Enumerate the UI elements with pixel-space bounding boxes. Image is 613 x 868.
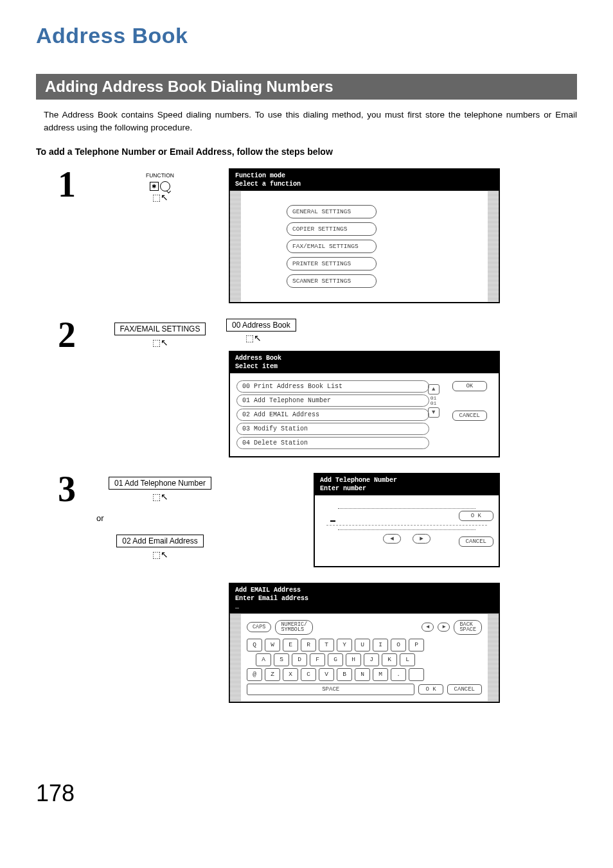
key-U[interactable]: U	[355, 639, 370, 651]
sub-heading: To add a Telephone Number or Email Addre…	[36, 146, 577, 157]
screen4-title1: Add EMAIL Address	[235, 587, 493, 595]
screen2-title1: Address Book	[235, 355, 493, 363]
item-add-telephone[interactable]: 01 Add Telephone Number	[236, 394, 429, 407]
key-P[interactable]: P	[409, 639, 424, 651]
key-M[interactable]: M	[373, 668, 388, 681]
key-blank[interactable]	[409, 668, 424, 681]
scroll-up-icon[interactable]: ▲	[428, 384, 440, 394]
screen3-title1: Add Telephone Number	[320, 477, 493, 485]
key-C[interactable]: C	[301, 668, 316, 681]
key-@[interactable]: @	[247, 668, 262, 681]
key-J[interactable]: J	[364, 653, 379, 666]
keyboard-row-2: ASDFGHJKL	[256, 653, 482, 666]
key-A[interactable]: A	[256, 653, 271, 666]
key-W[interactable]: W	[265, 639, 280, 651]
arrow-right-icon[interactable]: ►	[413, 534, 431, 544]
press-icon: ⬚↖	[94, 192, 226, 202]
key-.[interactable]: .	[391, 668, 406, 681]
caps-button[interactable]: CAPS	[247, 622, 271, 632]
btn-copier-settings[interactable]: COPIER SETTINGS	[287, 222, 377, 236]
numeric-symbols-button[interactable]: NUMERIC/ SYMBOLS	[275, 620, 313, 635]
step2-button-b: 00 Address Book	[226, 319, 296, 332]
key-B[interactable]: B	[337, 668, 352, 681]
key-H[interactable]: H	[346, 653, 361, 666]
key-N[interactable]: N	[355, 668, 370, 681]
page-title: Address Book	[36, 23, 577, 48]
keyboard-row-1: QWERTYUIOP	[247, 639, 482, 651]
or-text: or	[96, 513, 226, 523]
step-number: 2	[58, 319, 94, 457]
step-2: 2 FAX/EMAIL SETTINGS ⬚↖ 00 Address Book …	[58, 319, 577, 457]
btn-general-settings[interactable]: GENERAL SETTINGS	[287, 205, 377, 218]
btn-printer-settings[interactable]: PRINTER SETTINGS	[287, 257, 377, 270]
key-Z[interactable]: Z	[265, 668, 280, 681]
key-Y[interactable]: Y	[337, 639, 352, 651]
key-X[interactable]: X	[283, 668, 298, 681]
step-1: 1 FUNCTION ✱ ⬚↖ Function mode Select a f…	[58, 168, 577, 303]
arrow-left-icon[interactable]: ◄	[383, 534, 401, 544]
screen-add-email: Add EMAIL Address Enter Email address _ …	[229, 583, 500, 703]
step-number: 3	[58, 473, 94, 703]
function-label: FUNCTION	[94, 172, 226, 179]
key-S[interactable]: S	[274, 653, 289, 666]
space-key[interactable]: SPACE	[247, 684, 414, 695]
ok-button[interactable]: OK	[452, 381, 487, 391]
key-D[interactable]: D	[292, 653, 307, 666]
cancel-button[interactable]: CANCEL	[459, 536, 493, 547]
item-print-list[interactable]: 00 Print Address Book List	[236, 380, 429, 393]
item-delete-station[interactable]: 04 Delete Station	[236, 437, 429, 449]
btn-scanner-settings[interactable]: SCANNER SETTINGS	[287, 274, 377, 288]
screen4-title2: Enter Email address	[235, 595, 493, 603]
step3-button-a: 01 Add Telephone Number	[109, 477, 211, 490]
screen1-title2: Select a function	[235, 181, 493, 189]
key-F[interactable]: F	[310, 653, 325, 666]
key-L[interactable]: L	[400, 653, 415, 666]
screen2-title2: Select item	[235, 363, 493, 371]
key-R[interactable]: R	[301, 639, 316, 651]
arrow-right-icon[interactable]: ►	[438, 623, 450, 632]
item-add-email[interactable]: 02 Add EMAIL Address	[236, 409, 429, 421]
step-number: 1	[58, 168, 94, 303]
press-icon: ⬚↖	[94, 337, 226, 348]
scroll-down-icon[interactable]: ▼	[428, 407, 440, 418]
key-I[interactable]: I	[373, 639, 388, 651]
key-O[interactable]: O	[391, 639, 406, 651]
key-E[interactable]: E	[283, 639, 298, 651]
key-V[interactable]: V	[319, 668, 334, 681]
key-T[interactable]: T	[319, 639, 334, 651]
step-3: 3 01 Add Telephone Number ⬚↖ or 02 Add E…	[58, 473, 577, 703]
item-modify-station[interactable]: 03 Modify Station	[236, 423, 429, 435]
backspace-button[interactable]: BACK SPACE	[454, 620, 482, 635]
screen-function-mode: Function mode Select a function GENERAL …	[229, 168, 500, 303]
keyboard-row-3: @ZXCVBNM.	[247, 668, 482, 681]
arrow-left-icon[interactable]: ◄	[422, 623, 434, 632]
screen1-title1: Function mode	[235, 172, 493, 181]
ok-button[interactable]: O K	[418, 684, 443, 695]
key-Q[interactable]: Q	[247, 639, 262, 651]
press-icon: ⬚↖	[94, 492, 226, 502]
page-number: 178	[36, 780, 577, 807]
function-button-icon: ✱ ⬚↖	[94, 180, 226, 202]
step3-button-b: 02 Add Email Address	[116, 535, 203, 547]
btn-fax-email-settings[interactable]: FAX/EMAIL SETTINGS	[287, 240, 377, 253]
screen3-title2: Enter number	[320, 485, 493, 493]
cancel-button[interactable]: CANCEL	[447, 684, 482, 695]
intro-text: The Address Book contains Speed dialing …	[44, 109, 577, 134]
page-indicator: 01 01	[431, 396, 437, 406]
cancel-button[interactable]: CANCEL	[452, 411, 487, 421]
ok-button[interactable]: O K	[459, 511, 493, 521]
key-G[interactable]: G	[328, 653, 343, 666]
press-icon: ⬚↖	[94, 549, 226, 560]
key-K[interactable]: K	[382, 653, 397, 666]
screen-add-telephone: Add Telephone Number Enter number ◄ ► O …	[314, 473, 500, 567]
section-heading: Adding Address Book Dialing Numbers	[36, 74, 577, 100]
screen-address-book: Address Book Select item 00 Print Addres…	[229, 351, 500, 457]
step2-button-a: FAX/EMAIL SETTINGS	[114, 323, 206, 335]
